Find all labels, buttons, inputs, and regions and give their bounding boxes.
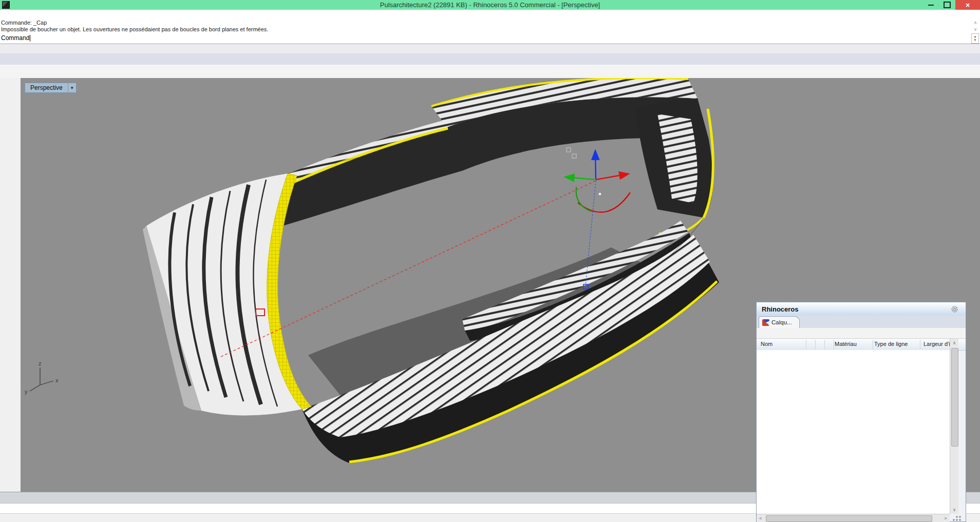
command-input-text: Command: [1, 34, 29, 42]
scroll-down-icon[interactable]: ∨: [950, 506, 958, 514]
tab-calques-label: Calqu...: [771, 319, 792, 325]
rhinoceros-panel: Rhinoceros Calqu... Nom Matériau Type de…: [756, 302, 966, 522]
column-name[interactable]: Nom: [761, 341, 772, 347]
hscroll-thumb[interactable]: [766, 515, 932, 522]
command-area-divider: [0, 44, 980, 54]
main-toolbar: [0, 65, 980, 79]
toolbar-tab-bar: [0, 53, 980, 65]
panel-tab-row: Calqu...: [757, 316, 966, 328]
rhino-logo-icon: [762, 319, 769, 326]
vscroll-thumb[interactable]: [951, 348, 958, 447]
panel-title: Rhinoceros: [757, 305, 799, 313]
panel-title-bar[interactable]: Rhinoceros: [757, 302, 966, 316]
viewport-menu-arrow-icon[interactable]: ▼: [68, 83, 76, 92]
gumball-x-arrow[interactable]: [596, 174, 628, 180]
spin-down-icon[interactable]: ▼: [974, 38, 977, 42]
axis-y-label: y: [25, 389, 28, 395]
command-input[interactable]: Command: [0, 32, 980, 44]
viewport-title[interactable]: Perspective ▼: [25, 83, 77, 93]
command-history-line: Commande: _Cap: [1, 20, 980, 26]
tool-palette: [0, 78, 21, 492]
column-width[interactable]: Largeur d'i: [924, 341, 950, 347]
spin-up-icon[interactable]: ▲: [974, 35, 977, 38]
column-linetype[interactable]: Type de ligne: [874, 341, 908, 347]
layer-list-hscrollbar[interactable]: < >: [757, 514, 950, 522]
scroll-up-icon[interactable]: ∧: [950, 339, 958, 347]
layer-table-header[interactable]: Nom Matériau Type de ligne Largeur d'i: [757, 339, 966, 351]
layer-list: [757, 350, 950, 514]
axis-x-label: x: [55, 377, 59, 383]
scroll-right-icon[interactable]: >: [941, 514, 950, 522]
layer-panel-toolbar: [757, 328, 966, 339]
axis-z-label: z: [39, 360, 42, 366]
command-history-scrollbar[interactable]: ∧ ∨: [972, 20, 979, 32]
tab-calques[interactable]: Calqu...: [759, 316, 800, 328]
panel-resize-grip[interactable]: [952, 515, 964, 521]
command-input-spinner[interactable]: ▲ ▼: [971, 33, 979, 44]
3d-model: [143, 78, 719, 463]
gumball-origin[interactable]: [598, 192, 601, 196]
gumball-rotate-green[interactable]: [576, 187, 592, 211]
menu-bar: [0, 10, 980, 20]
panel-gear-icon[interactable]: [951, 305, 958, 313]
axis-indicator: z x y: [25, 360, 59, 395]
window-title: Pulsarchitecture2 (22891 KB) - Rhinocero…: [0, 1, 980, 9]
layer-list-vscrollbar[interactable]: ∧ ∨: [950, 339, 958, 514]
gumball-z-arrow[interactable]: [595, 151, 596, 180]
viewport-title-label[interactable]: Perspective: [25, 84, 68, 91]
scroll-up-icon[interactable]: ∧: [974, 20, 977, 25]
scroll-left-icon[interactable]: <: [757, 514, 765, 522]
command-history-line: Impossible de boucher un objet. Les ouve…: [1, 26, 980, 33]
column-material[interactable]: Matériau: [835, 341, 857, 347]
scroll-down-icon[interactable]: ∨: [974, 27, 977, 32]
text-caret: [30, 35, 30, 42]
gumball-y-arrow[interactable]: [566, 177, 596, 180]
title-bar: Pulsarchitecture2 (22891 KB) - Rhinocero…: [0, 0, 980, 10]
command-history[interactable]: Commande: _Cap Impossible de boucher un …: [0, 20, 980, 33]
